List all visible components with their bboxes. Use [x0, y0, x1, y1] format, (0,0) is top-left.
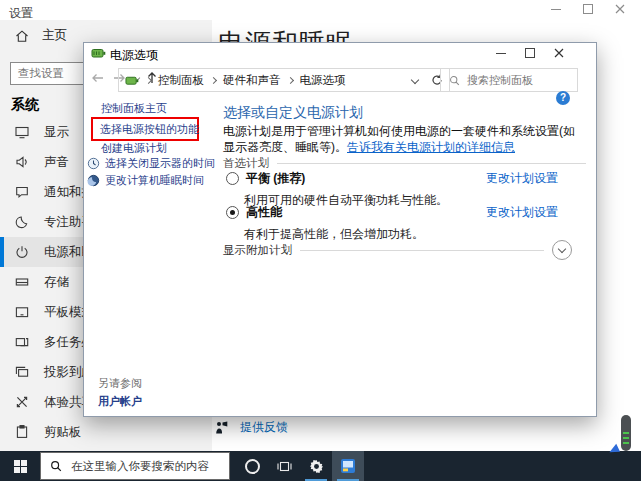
control-panel-search-input[interactable]: 搜索控制面板	[440, 68, 578, 92]
power-options-address-icon	[125, 74, 139, 87]
home-label: 主页	[42, 27, 67, 44]
plan-radio-balanced[interactable]	[226, 172, 239, 185]
sidebar-item-clipboard[interactable]: 剪贴板	[0, 417, 212, 447]
expand-additional-plans-icon[interactable]	[552, 240, 572, 260]
task-view-button[interactable]	[268, 451, 300, 481]
back-icon[interactable]	[91, 72, 105, 84]
close-icon[interactable]	[615, 4, 625, 14]
breadcrumb-chevron-icon	[145, 76, 152, 83]
sidebar-item-label: 声音	[44, 154, 69, 171]
sidebar-item-label: 剪贴板	[44, 424, 82, 441]
windows-logo-icon	[14, 460, 27, 473]
control-panel-home-link[interactable]: 控制面板主页	[101, 101, 167, 116]
breadcrumb-chevron-icon	[210, 76, 217, 83]
feedback-icon	[215, 421, 229, 435]
additional-plans-label: 显示附加计划	[223, 243, 292, 258]
change-sleep-time-row[interactable]: 更改计算机睡眠时间	[87, 173, 204, 188]
settings-section-label: 系统	[11, 96, 39, 114]
taskbar-search-input[interactable]: 在这里输入你要搜索的内容	[40, 452, 230, 480]
taskbar: 在这里输入你要搜索的内容	[0, 451, 641, 481]
plans-heading: 选择或自定义电源计划	[223, 104, 363, 122]
tell-me-more-link[interactable]: 告诉我有关电源计划的详细信息	[347, 140, 515, 154]
multitask-icon	[14, 334, 30, 350]
gear-icon	[309, 459, 324, 474]
pen-cursor	[621, 415, 631, 451]
highlight-red-box: 选择电源按钮的功能	[91, 117, 199, 141]
shared-experiences-icon	[14, 394, 30, 410]
preferred-plans-label: 首选计划	[223, 156, 269, 171]
power-options-window: 电源选项 控制面板 硬件和声音 电源选项	[83, 42, 597, 417]
cortana-icon	[245, 459, 260, 474]
help-icon[interactable]: ?	[556, 91, 570, 105]
power-icon	[14, 244, 30, 260]
maximize-icon[interactable]	[583, 4, 593, 14]
tablet-icon	[14, 304, 30, 320]
plans-intro-text: 电源计划是用于管理计算机如何使用电源的一套硬件和系统设置(如显示器亮度、睡眠等)…	[223, 123, 585, 155]
clipboard-icon	[14, 424, 30, 440]
settings-taskbar-button[interactable]	[300, 451, 332, 481]
sound-icon	[14, 154, 30, 170]
settings-caption-buttons	[551, 4, 625, 14]
control-panel-icon	[340, 458, 356, 474]
control-panel-taskbar-button[interactable]	[332, 451, 364, 481]
screen: 设置 主页 查找设置 系统 显示 声音 通知和操作	[0, 0, 641, 481]
choose-display-off-row[interactable]: 选择关闭显示器的时间	[87, 156, 215, 171]
maximize-icon[interactable]	[525, 48, 535, 58]
task-view-icon	[277, 460, 292, 473]
change-plan-settings-link[interactable]: 更改计划设置	[486, 204, 558, 221]
feedback-label: 提供反馈	[240, 419, 288, 436]
search-icon	[50, 460, 62, 472]
storage-icon	[14, 274, 30, 290]
focus-assist-moon-icon	[14, 214, 30, 230]
explorer-navigation-bar: 控制面板 硬件和声音 电源选项 搜索控制面板	[84, 63, 594, 95]
display-icon	[14, 124, 30, 140]
control-panel-search-placeholder: 搜索控制面板	[467, 73, 533, 88]
minimize-icon[interactable]	[496, 53, 506, 54]
address-dropdown-icon[interactable]	[411, 76, 419, 84]
see-also-label: 另请参阅	[98, 376, 142, 391]
settings-search-placeholder: 查找设置	[18, 66, 64, 81]
sleep-moon-icon	[87, 174, 100, 187]
home-icon	[14, 28, 30, 44]
breadcrumb-chevron-icon	[286, 76, 293, 83]
search-icon	[449, 75, 460, 86]
clock-icon	[87, 157, 100, 170]
sidebar-item-home[interactable]: 主页	[14, 27, 67, 44]
start-button[interactable]	[0, 451, 40, 481]
project-to-pc-icon	[14, 364, 30, 380]
close-icon[interactable]	[554, 48, 564, 58]
feedback-link-row[interactable]: 提供反馈	[215, 419, 288, 436]
plan-name[interactable]: 平衡 (推荐)	[246, 170, 305, 187]
user-accounts-link[interactable]: 用户帐户	[98, 394, 142, 409]
breadcrumb-power-options[interactable]: 电源选项	[300, 73, 346, 88]
power-options-caption-buttons	[496, 48, 564, 58]
change-sleep-time-link: 更改计算机睡眠时间	[105, 173, 204, 188]
sidebar-item-label: 显示	[44, 124, 69, 141]
preferred-plans-section: 首选计划	[223, 156, 586, 171]
choose-power-buttons-link[interactable]: 选择电源按钮的功能	[100, 122, 199, 137]
breadcrumb-hardware-sound[interactable]: 硬件和声音	[223, 73, 281, 88]
address-bar[interactable]: 控制面板 硬件和声音 电源选项	[118, 68, 450, 92]
breadcrumb-control-panel[interactable]: 控制面板	[158, 73, 204, 88]
notifications-icon	[14, 184, 30, 200]
additional-plans-section: 显示附加计划	[223, 240, 586, 260]
power-options-window-title: 电源选项	[110, 47, 158, 64]
divider	[277, 163, 586, 164]
change-plan-settings-link[interactable]: 更改计划设置	[486, 170, 558, 187]
divider	[300, 250, 544, 251]
plan-row-high-performance: 高性能 更改计划设置 有利于提高性能，但会增加功耗。	[226, 204, 586, 243]
create-power-plan-link[interactable]: 创建电源计划	[101, 141, 167, 156]
plan-name[interactable]: 高性能	[246, 204, 282, 221]
sidebar-item-label: 存储	[44, 274, 69, 291]
plan-radio-high-performance[interactable]	[226, 206, 239, 219]
choose-display-off-link: 选择关闭显示器的时间	[105, 156, 215, 171]
power-options-app-icon	[91, 46, 106, 60]
taskbar-search-placeholder: 在这里输入你要搜索的内容	[71, 459, 209, 474]
minimize-icon[interactable]	[551, 9, 561, 10]
cortana-button[interactable]	[236, 451, 268, 481]
